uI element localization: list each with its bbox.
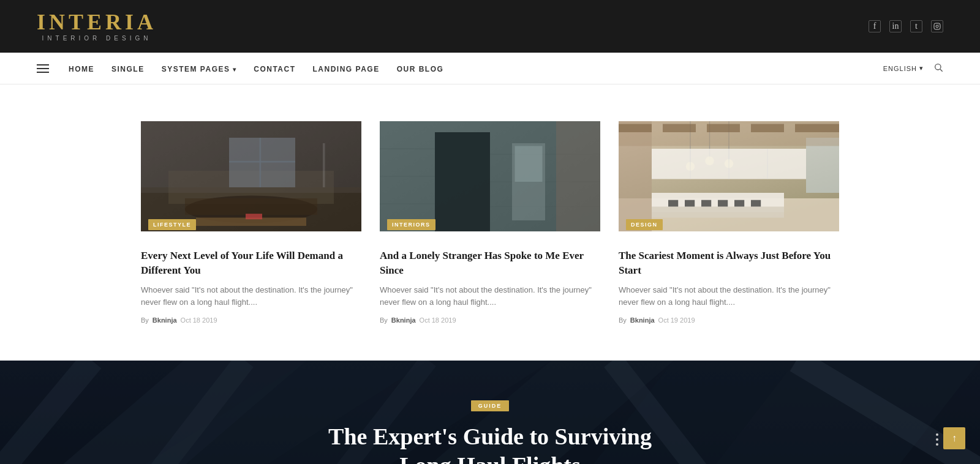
linkedin-icon[interactable]: in bbox=[889, 20, 902, 32]
social-icons-group: f in t bbox=[869, 20, 943, 32]
card-2-author[interactable]: Bkninja bbox=[391, 316, 416, 324]
hero-title-line1: The Expert's Guide to Surviving bbox=[328, 424, 652, 449]
card-3-image-wrap[interactable]: DESIGN bbox=[619, 115, 839, 238]
card-2-body: And a Lonely Stranger Has Spoke to Me Ev… bbox=[380, 238, 600, 324]
hamburger-icon[interactable] bbox=[37, 64, 49, 73]
svg-rect-56 bbox=[751, 124, 784, 133]
card-3-body: The Scariest Moment is Always Just Befor… bbox=[619, 238, 839, 324]
language-selector[interactable]: ENGLISH ▾ bbox=[883, 64, 924, 72]
svg-rect-57 bbox=[795, 124, 839, 133]
card-3-author[interactable]: Bkninja bbox=[630, 316, 655, 324]
svg-rect-54 bbox=[663, 124, 696, 133]
site-header: INTERIA INTERIOR DESIGN f in t bbox=[0, 0, 980, 53]
svg-rect-14 bbox=[246, 214, 262, 219]
nav-item-system[interactable]: SYSTEM PAGES bbox=[162, 63, 237, 74]
card-1-title[interactable]: Every Next Level of Your Life Will Deman… bbox=[141, 249, 361, 278]
cards-grid: LIFESTYLE Every Next Level of Your Life … bbox=[141, 115, 839, 324]
card-3-excerpt: Whoever said "It's not about the destina… bbox=[619, 284, 839, 310]
card-1: LIFESTYLE Every Next Level of Your Life … bbox=[141, 115, 361, 324]
facebook-icon[interactable]: f bbox=[869, 20, 881, 32]
hero-badge: GUIDE bbox=[471, 400, 510, 411]
card-3-title[interactable]: The Scariest Moment is Always Just Befor… bbox=[619, 249, 839, 278]
svg-point-2 bbox=[938, 24, 939, 25]
hero-title-line2: Long Haul Flights bbox=[399, 452, 581, 464]
card-3-meta: By Bkninja Oct 19 2019 bbox=[619, 316, 839, 324]
language-label: ENGLISH bbox=[883, 65, 917, 72]
svg-rect-55 bbox=[707, 124, 740, 133]
hero-section: GUIDE The Expert's Guide to Surviving Lo… bbox=[0, 361, 980, 464]
card-3-by-label: By bbox=[619, 316, 627, 324]
svg-point-3 bbox=[935, 64, 941, 69]
main-nav: HOME SINGLE SYSTEM PAGES CONTACT LANDING… bbox=[0, 53, 980, 84]
card-1-body: Every Next Level of Your Life Will Deman… bbox=[141, 238, 361, 324]
card-1-meta: By Bkninja Oct 18 2019 bbox=[141, 316, 361, 324]
chevron-down-icon: ▾ bbox=[919, 64, 924, 72]
search-icon[interactable] bbox=[933, 62, 943, 75]
card-2-excerpt: Whoever said "It's not about the destina… bbox=[380, 284, 600, 310]
logo-main: INTERIA bbox=[37, 11, 157, 33]
svg-rect-29 bbox=[556, 121, 600, 231]
svg-rect-0 bbox=[934, 23, 940, 29]
card-1-excerpt: Whoever said "It's not about the destina… bbox=[141, 284, 361, 310]
card-2-by-label: By bbox=[380, 316, 388, 324]
card-2-date: Oct 18 2019 bbox=[420, 316, 456, 324]
card-2-meta: By Bkninja Oct 18 2019 bbox=[380, 316, 600, 324]
nav-link-blog[interactable]: OUR BLOG bbox=[397, 65, 444, 73]
svg-rect-20 bbox=[435, 132, 490, 231]
logo-sub: INTERIOR DESIGN bbox=[42, 35, 152, 42]
scroll-dots-icon[interactable] bbox=[936, 433, 938, 446]
card-3-badge: DESIGN bbox=[626, 219, 663, 230]
card-1-by-label: By bbox=[141, 316, 149, 324]
nav-right: ENGLISH ▾ bbox=[883, 62, 943, 75]
instagram-icon[interactable] bbox=[931, 20, 943, 32]
svg-rect-35 bbox=[685, 200, 695, 207]
svg-rect-37 bbox=[718, 200, 728, 207]
nav-item-contact[interactable]: CONTACT bbox=[254, 63, 295, 74]
card-1-image-wrap[interactable]: LIFESTYLE bbox=[141, 115, 361, 238]
svg-rect-12 bbox=[185, 198, 317, 215]
logo[interactable]: INTERIA INTERIOR DESIGN bbox=[37, 11, 157, 42]
nav-item-single[interactable]: SINGLE bbox=[111, 63, 145, 74]
nav-link-landing[interactable]: LANDING PAGE bbox=[313, 65, 380, 73]
cards-section: LIFESTYLE Every Next Level of Your Life … bbox=[0, 84, 980, 361]
nav-item-home[interactable]: HOME bbox=[69, 63, 94, 74]
svg-rect-39 bbox=[751, 200, 761, 207]
nav-link-home[interactable]: HOME bbox=[69, 65, 94, 73]
card-2-badge: INTERIORS bbox=[387, 219, 435, 230]
card-1-author[interactable]: Bkninja bbox=[153, 316, 177, 324]
svg-line-4 bbox=[940, 69, 943, 72]
svg-rect-16 bbox=[141, 121, 361, 193]
svg-rect-28 bbox=[515, 146, 543, 182]
svg-rect-36 bbox=[701, 200, 711, 207]
hero-content: GUIDE The Expert's Guide to Surviving Lo… bbox=[316, 399, 664, 464]
hero-title: The Expert's Guide to Surviving Long Hau… bbox=[328, 422, 652, 464]
twitter-icon[interactable]: t bbox=[910, 20, 922, 32]
nav-left: HOME SINGLE SYSTEM PAGES CONTACT LANDING… bbox=[37, 63, 443, 74]
svg-rect-53 bbox=[619, 124, 652, 133]
nav-item-landing[interactable]: LANDING PAGE bbox=[313, 63, 380, 74]
svg-rect-33 bbox=[652, 207, 784, 218]
card-1-date: Oct 18 2019 bbox=[181, 316, 217, 324]
card-3: DESIGN The Scariest Moment is Always Jus… bbox=[619, 115, 839, 324]
card-2: INTERIORS And a Lonely Stranger Has Spok… bbox=[380, 115, 600, 324]
card-3-date: Oct 19 2019 bbox=[658, 316, 695, 324]
nav-links: HOME SINGLE SYSTEM PAGES CONTACT LANDING… bbox=[69, 63, 443, 74]
scroll-to-top-button[interactable]: ↑ bbox=[943, 427, 965, 449]
nav-link-single[interactable]: SINGLE bbox=[111, 65, 145, 73]
nav-link-system[interactable]: SYSTEM PAGES bbox=[162, 65, 237, 73]
card-2-image-wrap[interactable]: INTERIORS bbox=[380, 115, 600, 238]
nav-item-blog[interactable]: OUR BLOG bbox=[397, 63, 444, 74]
card-1-badge: LIFESTYLE bbox=[148, 219, 196, 230]
svg-point-1 bbox=[936, 25, 938, 28]
svg-rect-38 bbox=[734, 200, 744, 207]
svg-rect-34 bbox=[668, 200, 678, 207]
card-2-title[interactable]: And a Lonely Stranger Has Spoke to Me Ev… bbox=[380, 249, 600, 278]
nav-link-contact[interactable]: CONTACT bbox=[254, 65, 295, 73]
